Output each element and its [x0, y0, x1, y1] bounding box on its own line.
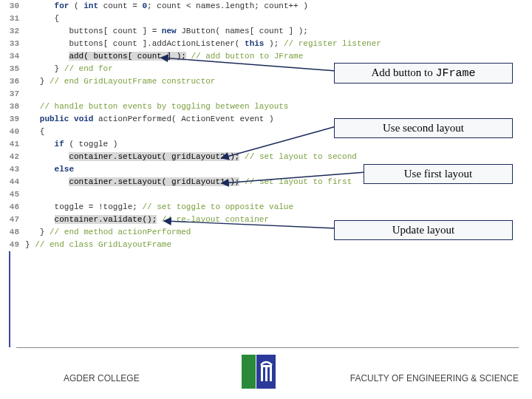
code-line: 37: [7, 88, 525, 100]
code-content: buttons[ count ] = new JButton( names[ c…: [25, 25, 308, 38]
callout-text: Add button to: [371, 66, 435, 78]
line-number: 31: [7, 13, 25, 25]
line-number: 32: [7, 25, 25, 38]
line-number: 47: [7, 214, 25, 226]
code-line: 34 add( buttons[ count ] ); // add butto…: [7, 50, 525, 63]
callout-second-layout: Use second layout: [334, 118, 513, 138]
line-number: 34: [7, 50, 25, 63]
code-line: 38 // handle button events by toggling b…: [7, 100, 525, 113]
line-number: 36: [7, 75, 25, 88]
line-number: 40: [7, 126, 25, 138]
line-number: 41: [7, 138, 25, 151]
callout-text: Use second layout: [383, 122, 464, 134]
svg-rect-9: [265, 365, 267, 381]
svg-rect-5: [242, 355, 256, 389]
line-number: 39: [7, 113, 25, 126]
code-line: 32 buttons[ count ] = new JButton( names…: [7, 25, 525, 38]
code-content: {: [25, 13, 59, 25]
code-content: } // end for: [25, 63, 113, 75]
code-content: container.setLayout( gridLayout1 ); // s…: [25, 176, 352, 188]
code-content: } // end method actionPerformed: [25, 226, 191, 239]
code-line: 45: [7, 188, 525, 201]
code-line: 33 buttons[ count ].addActionListener( t…: [7, 38, 525, 50]
code-content: // handle button events by toggling betw…: [25, 100, 288, 113]
callout-code: JFrame: [436, 67, 476, 80]
code-line: 41 if ( toggle ): [7, 138, 525, 151]
line-number: 49: [7, 239, 25, 251]
callout-text: Use first layout: [404, 168, 472, 180]
footer-right: FACULTY OF ENGINEERING & SCIENCE: [350, 373, 519, 383]
callout-first-layout: Use first layout: [364, 164, 513, 184]
code-content: add( buttons[ count ] ); // add button t…: [25, 50, 303, 63]
code-content: else: [25, 163, 74, 176]
code-line: 30 for ( int count = 0; count < names.le…: [7, 0, 525, 13]
callout-update-layout: Update layout: [334, 220, 513, 240]
code-content: toggle = !toggle; // set toggle to oppos…: [25, 201, 293, 214]
code-content: container.setLayout( gridLayout2 ); // s…: [25, 151, 357, 163]
footer-divider-right: [285, 347, 519, 348]
footer-divider-left: [16, 347, 285, 348]
code-content: container.validate(); // re-layout conta…: [25, 214, 269, 226]
code-line: 42 container.setLayout( gridLayout2 ); /…: [7, 151, 525, 163]
line-number: 43: [7, 163, 25, 176]
line-number: 33: [7, 38, 25, 50]
footer-left: AGDER COLLEGE: [64, 373, 140, 383]
slide-border: [9, 251, 10, 347]
code-content: } // end GridLayoutFrame constructor: [25, 75, 215, 88]
code-content: {: [25, 126, 44, 138]
line-number: 44: [7, 176, 25, 188]
code-content: } // end class GridLayoutFrame: [25, 239, 171, 251]
code-content: buttons[ count ].addActionListener( this…: [25, 38, 381, 50]
line-number: 46: [7, 201, 25, 214]
callout-text: Update layout: [392, 224, 455, 236]
line-number: 37: [7, 88, 25, 100]
code-line: 49} // end class GridLayoutFrame: [7, 239, 525, 251]
code-content: for ( int count = 0; count < names.lengt…: [25, 0, 308, 13]
code-content: public void actionPerformed( ActionEvent…: [25, 113, 274, 126]
college-logo: [242, 355, 276, 389]
line-number: 48: [7, 226, 25, 239]
code-content: if ( toggle ): [25, 138, 117, 151]
svg-rect-8: [261, 365, 263, 381]
line-number: 42: [7, 151, 25, 163]
line-number: 30: [7, 0, 25, 13]
line-number: 35: [7, 63, 25, 75]
svg-rect-10: [270, 365, 272, 381]
code-line: 31 {: [7, 13, 525, 25]
line-number: 38: [7, 100, 25, 113]
code-line: 46 toggle = !toggle; // set toggle to op…: [7, 201, 525, 214]
callout-add-button: Add button to JFrame: [334, 63, 513, 83]
line-number: 45: [7, 188, 25, 201]
